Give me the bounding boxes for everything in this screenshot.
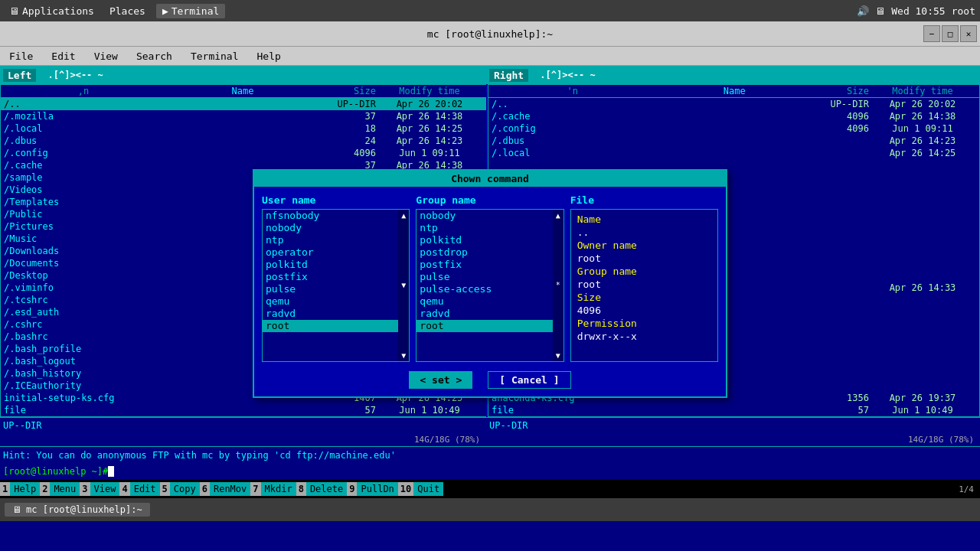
- fkey-2[interactable]: 2Menu: [40, 480, 80, 498]
- left-progress: 14G/18G (78%): [0, 435, 486, 445]
- fkey-1[interactable]: 1Help: [0, 480, 40, 498]
- menu-file[interactable]: File: [6, 49, 36, 64]
- left-file-row[interactable]: /.mozilla37Apr 26 14:38: [1, 110, 486, 122]
- file-group-label: Group name: [577, 266, 654, 277]
- fkey-5[interactable]: 5Copy: [160, 480, 200, 498]
- group-item-radvd[interactable]: radvd: [416, 308, 563, 320]
- fkeys-bar: 1Help 2Menu 3View 4Edit 5Copy 6RenMov 7M…: [0, 480, 980, 498]
- right-file-row[interactable]: /.dbusApr 26 14:23: [488, 135, 979, 147]
- mc-icon: 🖥: [12, 504, 21, 515]
- applications-menu[interactable]: 🖥 Applications: [5, 4, 99, 18]
- group-scroll-up[interactable]: ▲: [556, 211, 560, 220]
- group-list[interactable]: nobody ntp polkitd postdrop postfix puls…: [416, 209, 564, 362]
- set-button[interactable]: < set >: [409, 371, 472, 389]
- fkey-7[interactable]: 7Mkdir: [250, 480, 296, 498]
- group-item-postfix[interactable]: postfix: [416, 259, 563, 271]
- close-button[interactable]: ✕: [960, 25, 977, 42]
- user-item-radvd[interactable]: radvd: [263, 308, 409, 320]
- group-item-polkitd[interactable]: polkitd: [416, 234, 563, 246]
- fkey-3[interactable]: 3View: [80, 480, 119, 498]
- panels-header: Left .[^]><-- ~ Right .[^]><-- ~: [0, 66, 980, 84]
- user-list[interactable]: nfsnobody nobody ntp operator polkitd po…: [262, 209, 410, 362]
- group-item-pulse-access[interactable]: pulse-access: [416, 283, 563, 295]
- left-file-row[interactable]: /.dbus24Apr 26 14:23: [1, 135, 486, 147]
- user-name-col: User name nfsnobody nobody ntp operator …: [262, 194, 410, 362]
- right-col-header: 'n Name Size Modify time: [488, 85, 979, 98]
- network-icon[interactable]: 🖥: [875, 5, 885, 17]
- user-item-postfix[interactable]: postfix: [263, 271, 409, 283]
- group-name-label: Group name: [416, 194, 564, 206]
- window-title: mc [root@linuxhelp]:~: [427, 28, 553, 40]
- file-perm-label: Permission: [577, 318, 654, 329]
- applications-label[interactable]: Applications: [22, 5, 94, 17]
- user-scroll-down[interactable]: ▼: [401, 351, 406, 360]
- group-item-qemu[interactable]: qemu: [416, 295, 563, 308]
- user-item-nobody[interactable]: nobody: [263, 222, 409, 234]
- left-header-size: Size: [322, 86, 376, 96]
- group-item-postdrop[interactable]: postdrop: [416, 246, 563, 259]
- left-file-row[interactable]: /.local18Apr 26 14:25: [1, 122, 486, 135]
- terminal-btn[interactable]: ▶ Terminal: [156, 4, 225, 18]
- group-item-nobody[interactable]: nobody: [416, 210, 563, 222]
- group-item-root[interactable]: root: [416, 320, 563, 332]
- file-label: File: [570, 194, 718, 206]
- user-item-qemu[interactable]: qemu: [263, 295, 409, 308]
- taskbar-mc-app[interactable]: 🖥 mc [root@linuxhelp]:~: [5, 503, 150, 517]
- fkey-10[interactable]: 10Quit: [398, 480, 443, 498]
- right-file-row[interactable]: /.localApr 26 14:25: [488, 147, 979, 159]
- minimize-button[interactable]: −: [923, 25, 940, 42]
- user-item-root[interactable]: root: [263, 320, 409, 332]
- right-file-row[interactable]: file57Jun 1 10:49: [488, 404, 979, 416]
- cmdline[interactable]: [root@linuxhelp ~]#: [0, 463, 980, 480]
- menu-view[interactable]: View: [91, 49, 121, 64]
- file-name-label: Name: [577, 214, 654, 225]
- group-item-pulse[interactable]: pulse: [416, 271, 563, 283]
- left-file-row[interactable]: /..UP--DIRApr 26 20:02: [1, 98, 486, 110]
- menu-terminal[interactable]: Terminal: [188, 49, 242, 64]
- file-name-row: Name: [574, 213, 714, 226]
- right-file-row[interactable]: /..UP--DIRApr 26 20:02: [488, 98, 979, 110]
- fkey-8[interactable]: 8Delete: [296, 480, 348, 498]
- dialog-title: Chown command: [254, 171, 726, 187]
- menu-help[interactable]: Help: [254, 49, 284, 64]
- left-file-row[interactable]: file57Jun 1 10:49: [1, 404, 486, 416]
- user-item-polkitd[interactable]: polkitd: [263, 259, 409, 271]
- dialog-body: User name nfsnobody nobody ntp operator …: [254, 187, 726, 396]
- terminal-icon: ▶: [162, 5, 168, 17]
- user-item-nfsnobody[interactable]: nfsnobody: [263, 210, 409, 222]
- clock: Wed 10:55: [891, 5, 945, 17]
- right-header-mtime: Modify time: [869, 86, 976, 96]
- user-scroll-marker: ▼: [401, 281, 406, 289]
- user-item-operator[interactable]: operator: [263, 246, 409, 259]
- left-file-row[interactable]: /.config4096Jun 1 09:11: [1, 147, 486, 159]
- group-item-ntp[interactable]: ntp: [416, 222, 563, 234]
- prompt: [root@linuxhelp ~]#: [3, 466, 108, 477]
- left-header-name: Name: [163, 86, 322, 96]
- user-item-pulse[interactable]: pulse: [263, 283, 409, 295]
- right-tab[interactable]: Right: [489, 69, 528, 82]
- places-menu[interactable]: Places: [105, 4, 150, 18]
- file-group-row: Group name: [574, 265, 714, 278]
- menu-search[interactable]: Search: [133, 49, 175, 64]
- right-panel-header: Right .[^]><-- ~: [486, 69, 980, 82]
- progress-bar: 14G/18G (78%) 14G/18G (78%): [0, 432, 980, 446]
- group-scroll-down[interactable]: ▼: [556, 351, 560, 360]
- right-file-row[interactable]: /.cache4096Apr 26 14:38: [488, 110, 979, 122]
- user-item-ntp[interactable]: ntp: [263, 234, 409, 246]
- group-scroll[interactable]: ▲ * ▼: [553, 210, 564, 361]
- right-file-row[interactable]: /.config4096Jun 1 09:11: [488, 122, 979, 135]
- fkey-9[interactable]: 9PullDn: [347, 480, 398, 498]
- window-controls: − □ ✕: [923, 25, 977, 42]
- user-scroll[interactable]: ▲ ▼ ▼: [398, 210, 409, 361]
- menu-edit[interactable]: Edit: [48, 49, 78, 64]
- maximize-button[interactable]: □: [942, 25, 959, 42]
- volume-icon[interactable]: 🔊: [857, 5, 869, 17]
- fkey-4[interactable]: 4Edit: [119, 480, 159, 498]
- file-info-col: File Name .. Owner name root: [570, 194, 718, 362]
- user-scroll-up[interactable]: ▲: [401, 211, 406, 220]
- file-group-value-row: root: [574, 278, 714, 291]
- fkey-6[interactable]: 6RenMov: [200, 480, 251, 498]
- left-tab[interactable]: Left: [3, 69, 36, 82]
- cancel-button[interactable]: [ Cancel ]: [488, 371, 570, 389]
- file-group-value: root: [577, 279, 601, 290]
